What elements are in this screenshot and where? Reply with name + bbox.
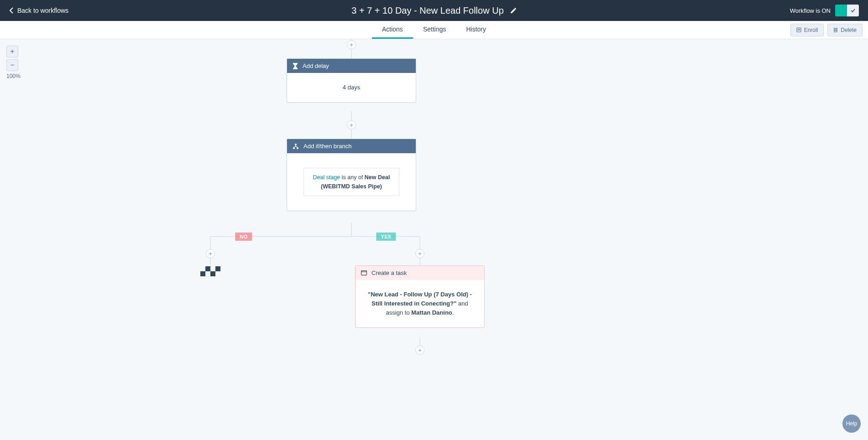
tab-bar: Actions Settings History Enroll Delete [0,21,868,39]
branch-node-body: Deal stage is any of New Deal (WEBITMD S… [287,153,416,211]
flow-area: + Add delay 4 days + Add if/then branch … [0,39,868,440]
enroll-icon [796,27,801,32]
workflow-toggle[interactable] [835,5,859,16]
workflow-title: 3 + 7 + 10 Day - New Lead Follow Up [351,5,504,16]
help-button[interactable]: Help [842,414,861,433]
task-assignee: Mattan Danino [411,309,452,316]
pencil-icon[interactable] [510,7,517,14]
connector-line [420,258,420,265]
svg-rect-8 [361,271,367,275]
svg-point-6 [293,147,295,149]
tab-bar-actions: Enroll Delete [790,21,863,39]
toggle-off-segment [847,5,859,16]
connector-line [420,337,420,346]
enroll-label: Enroll [804,27,818,33]
connector-line [420,236,420,249]
connector-line [351,111,352,120]
back-to-workflows-link[interactable]: Back to workflows [9,7,68,14]
task-period: . [452,309,454,316]
add-step-button[interactable]: + [347,40,356,49]
add-step-button[interactable]: + [415,249,424,258]
toggle-on-segment [835,5,847,16]
add-step-button[interactable]: + [415,346,424,355]
task-node-title: Create a task [371,269,407,276]
tabs: Actions Settings History [372,21,496,39]
svg-point-7 [297,147,298,149]
check-icon [850,8,856,13]
delay-node-title: Add delay [303,62,329,69]
connector-line [351,223,352,236]
end-flag-icon [200,266,220,276]
tab-settings[interactable]: Settings [413,21,456,39]
connector-line [210,258,211,266]
branch-condition: Deal stage is any of New Deal (WEBITMD S… [303,168,399,196]
connector-line [351,49,352,58]
delete-button[interactable]: Delete [827,24,863,36]
window-icon [361,270,367,275]
top-bar: Back to workflows 3 + 7 + 10 Day - New L… [0,0,868,21]
chevron-left-icon [9,7,14,14]
delay-node-header: Add delay [287,59,416,73]
branch-property: Deal stage [313,174,340,181]
branch-icon [293,143,299,150]
workflow-canvas[interactable]: + − 100% + Add delay 4 days + Add if/the… [0,39,868,440]
page-title-area: 3 + 7 + 10 Day - New Lead Follow Up [351,5,517,16]
status-label: Workflow is ON [790,7,831,14]
workflow-status: Workflow is ON [790,5,859,16]
task-node-body: "New Lead - Follow Up (7 Days Old) - Sti… [356,280,484,327]
add-step-button[interactable]: + [347,120,356,129]
branch-operator: is any of [340,174,365,181]
add-step-button[interactable]: + [206,249,215,258]
connector-line [210,236,211,249]
task-node[interactable]: Create a task "New Lead - Follow Up (7 D… [355,265,485,328]
connector-line [351,129,352,139]
delay-node[interactable]: Add delay 4 days [287,58,416,103]
branch-node[interactable]: Add if/then branch Deal stage is any of … [287,139,416,211]
hourglass-icon [293,63,298,69]
tab-actions[interactable]: Actions [372,21,413,39]
svg-point-5 [295,144,297,145]
delete-label: Delete [841,27,857,33]
branch-node-header: Add if/then branch [287,139,416,153]
trash-icon [833,27,838,32]
branch-node-title: Add if/then branch [303,143,352,150]
task-node-header: Create a task [356,266,484,280]
back-label: Back to workflows [17,7,68,14]
delay-node-body: 4 days [287,73,416,102]
enroll-button[interactable]: Enroll [790,24,824,36]
branch-yes-label: YES [376,233,396,241]
tab-history[interactable]: History [456,21,496,39]
branch-no-label: NO [235,233,252,241]
